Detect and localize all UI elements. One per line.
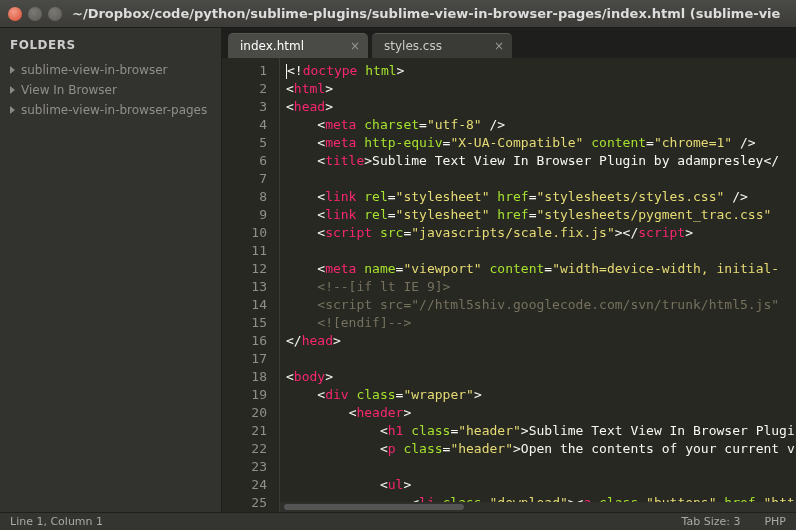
tab-label: styles.css: [384, 39, 442, 53]
folder-label: sublime-view-in-browser-pages: [21, 103, 207, 117]
close-icon[interactable]: ×: [494, 39, 504, 53]
window-controls: [8, 7, 62, 21]
status-bar: Line 1, Column 1 Tab Size: 3 PHP: [0, 512, 796, 530]
status-tab-size[interactable]: Tab Size: 3: [682, 515, 741, 528]
tab-index-html[interactable]: index.html ×: [228, 33, 368, 58]
window-titlebar: ~/Dropbox/code/python/sublime-plugins/su…: [0, 0, 796, 28]
chevron-right-icon: [10, 66, 15, 74]
close-icon[interactable]: [8, 7, 22, 21]
code-text[interactable]: <!doctype html><html><head> <meta charse…: [280, 58, 796, 512]
folder-label: sublime-view-in-browser: [21, 63, 167, 77]
tab-bar: index.html × styles.css ×: [222, 28, 796, 58]
scrollbar-thumb[interactable]: [284, 504, 464, 510]
status-language[interactable]: PHP: [764, 515, 786, 528]
horizontal-scrollbar[interactable]: [280, 502, 796, 512]
sidebar-header: FOLDERS: [0, 36, 221, 60]
minimize-icon[interactable]: [28, 7, 42, 21]
sidebar: FOLDERS sublime-view-in-browser View In …: [0, 28, 222, 512]
folder-item[interactable]: sublime-view-in-browser: [0, 60, 221, 80]
folder-item[interactable]: View In Browser: [0, 80, 221, 100]
chevron-right-icon: [10, 106, 15, 114]
line-gutter: 1234567891011121314151617181920212223242…: [222, 58, 280, 512]
tab-label: index.html: [240, 39, 304, 53]
code-area[interactable]: 1234567891011121314151617181920212223242…: [222, 58, 796, 512]
tab-styles-css[interactable]: styles.css ×: [372, 33, 512, 58]
chevron-right-icon: [10, 86, 15, 94]
folder-item[interactable]: sublime-view-in-browser-pages: [0, 100, 221, 120]
close-icon[interactable]: ×: [350, 39, 360, 53]
folder-label: View In Browser: [21, 83, 117, 97]
editor-pane: index.html × styles.css × 12345678910111…: [222, 28, 796, 512]
window-title: ~/Dropbox/code/python/sublime-plugins/su…: [72, 6, 780, 21]
status-position[interactable]: Line 1, Column 1: [10, 515, 103, 528]
maximize-icon[interactable]: [48, 7, 62, 21]
